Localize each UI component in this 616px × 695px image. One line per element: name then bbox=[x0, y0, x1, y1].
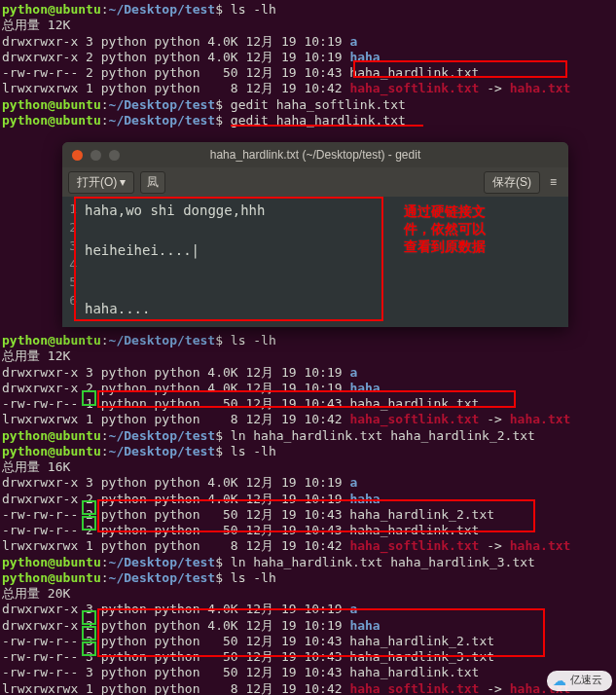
ls-row-a: drwxrwxr-x 3 python python 4.0K 12月 19 1… bbox=[2, 34, 614, 50]
prompt-line[interactable]: python@ubuntu:~/Desktop/test$ ls -lh bbox=[2, 333, 614, 348]
ls-row-hard3a: -rw-rw-r-- 3 python python 50 12月 19 10:… bbox=[2, 634, 614, 649]
chevron-down-icon: ▾ bbox=[120, 175, 126, 190]
ls-row-soft: lrwxrwxrwx 1 python python 8 12月 19 10:4… bbox=[2, 681, 614, 696]
gedit-editor[interactable]: 123456 haha,wo shi dongge,hhh heiheihei.… bbox=[62, 197, 568, 327]
ls-row-softlink: lrwxrwxrwx 1 python python 8 12月 19 10:4… bbox=[2, 81, 614, 96]
prompt-line[interactable]: python@ubuntu:~/Desktop/test$ ls -lh bbox=[2, 444, 614, 459]
line-gutter: 123456 bbox=[62, 197, 80, 327]
ls-row-soft: lrwxrwxrwx 1 python python 8 12月 19 10:4… bbox=[2, 412, 614, 427]
ls-row-hard2b: -rw-rw-r-- 2 python python 50 12月 19 10:… bbox=[2, 523, 614, 538]
total-line: 总用量 20K bbox=[2, 586, 614, 602]
ls-row-soft: lrwxrwxrwx 1 python python 8 12月 19 10:4… bbox=[2, 538, 614, 554]
ls-row-hard2a: -rw-rw-r-- 2 python python 50 12月 19 10:… bbox=[2, 507, 614, 523]
ls-row: drwxrwxr-x 3 python python 4.0K 12月 19 1… bbox=[2, 365, 614, 381]
editor-line: haha,wo shi dongge,hhh bbox=[85, 201, 562, 220]
ls-row: drwxrwxr-x 2 python python 4.0K 12月 19 1… bbox=[2, 492, 614, 507]
ls-row-haha: drwxrwxr-x 2 python python 4.0K 12月 19 1… bbox=[2, 50, 614, 65]
total-line: 总用量 12K bbox=[2, 348, 614, 364]
ls-row-hard3b: -rw-rw-r-- 3 python python 50 12月 19 10:… bbox=[2, 649, 614, 665]
total-line: 总用量 16K bbox=[2, 459, 614, 475]
ls-row: drwxrwxr-x 2 python python 4.0K 12月 19 1… bbox=[2, 381, 614, 396]
ls-row: drwxrwxr-x 3 python python 4.0K 12月 19 1… bbox=[2, 602, 614, 617]
open-button[interactable]: 打开(O)▾ bbox=[68, 171, 134, 194]
prompt-line[interactable]: python@ubuntu:~/Desktop/test$ ln haha_ha… bbox=[2, 555, 614, 570]
editor-line: haha.... bbox=[85, 299, 562, 318]
editor-content[interactable]: haha,wo shi dongge,hhh heiheihei....| ha… bbox=[80, 197, 568, 327]
editor-line bbox=[85, 220, 562, 239]
prompt-line[interactable]: python@ubuntu:~/Desktop/test$ ln haha_ha… bbox=[2, 428, 614, 444]
watermark: ☁ 亿速云 bbox=[547, 671, 612, 692]
ls-row-hard1: -rw-rw-r-- 1 python python 50 12月 19 10:… bbox=[2, 396, 614, 412]
editor-line: heiheihei....| bbox=[85, 240, 562, 260]
gedit-toolbar: 打开(O)▾ 凨 保存(S) ≡ bbox=[62, 167, 568, 197]
ls-row: drwxrwxr-x 3 python python 4.0K 12月 19 1… bbox=[2, 475, 614, 491]
prompt-line[interactable]: python@ubuntu:~/Desktop/test$ ls -lh bbox=[2, 2, 614, 18]
ls-row: drwxrwxr-x 2 python python 4.0K 12月 19 1… bbox=[2, 618, 614, 634]
editor-line bbox=[85, 260, 562, 279]
cloud-icon: ☁ bbox=[553, 673, 566, 690]
gedit-titlebar[interactable]: haha_hardlink.txt (~/Desktop/test) - ged… bbox=[62, 142, 568, 167]
new-doc-icon: 凨 bbox=[147, 175, 159, 189]
new-tab-button[interactable]: 凨 bbox=[140, 171, 165, 194]
underline-gedit-hard bbox=[231, 125, 423, 127]
gedit-window: haha_hardlink.txt (~/Desktop/test) - ged… bbox=[62, 142, 568, 327]
ls-row-hardlink: -rw-rw-r-- 2 python python 50 12月 19 10:… bbox=[2, 65, 614, 81]
hamburger-icon[interactable]: ≡ bbox=[544, 175, 562, 190]
total-line: 总用量 12K bbox=[2, 18, 614, 33]
save-button[interactable]: 保存(S) bbox=[484, 171, 540, 194]
prompt-line[interactable]: python@ubuntu:~/Desktop/test$ ls -lh bbox=[2, 570, 614, 586]
gedit-title: haha_hardlink.txt (~/Desktop/test) - ged… bbox=[62, 148, 568, 163]
editor-line bbox=[85, 279, 562, 299]
ls-row-hard3c: -rw-rw-r-- 3 python python 50 12月 19 10:… bbox=[2, 665, 614, 680]
prompt-line[interactable]: python@ubuntu:~/Desktop/test$ gedit haha… bbox=[2, 97, 614, 113]
